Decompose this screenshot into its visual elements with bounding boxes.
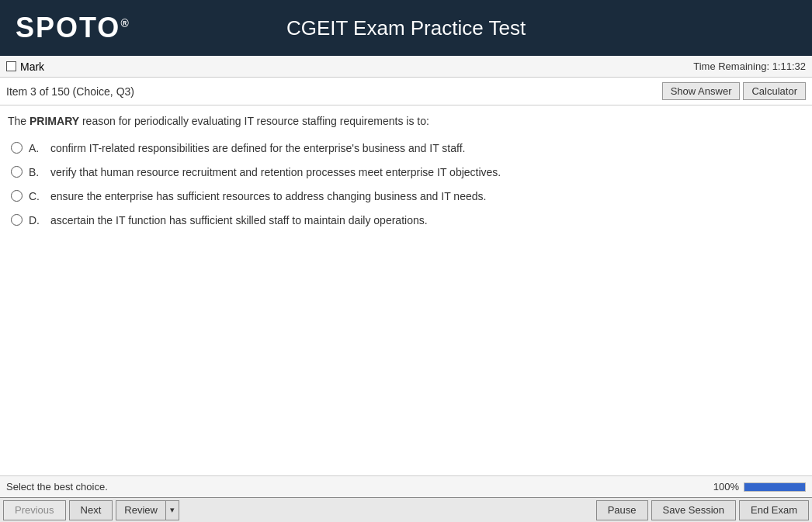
question-header: Item 3 of 150 (Choice, Q3) Show Answer C… xyxy=(0,78,812,105)
show-answer-button[interactable]: Show Answer xyxy=(662,82,741,100)
mark-checkbox[interactable] xyxy=(6,61,16,71)
main-content: The PRIMARY reason for periodically eval… xyxy=(0,105,812,475)
question-text-bold: PRIMARY xyxy=(29,115,79,127)
app-header: SPOTO® CGEIT Exam Practice Test xyxy=(0,0,812,56)
review-button-container: Review ▾ xyxy=(116,500,179,520)
nav-left: Previous Next Review ▾ xyxy=(3,500,179,520)
choice-text-0: confirm IT-related responsibilities are … xyxy=(50,140,793,157)
choice-item[interactable]: A. confirm IT-related responsibilities a… xyxy=(11,140,793,157)
progress-area: 100% xyxy=(713,481,806,493)
logo-sup: ® xyxy=(120,17,130,29)
review-button[interactable]: Review xyxy=(116,500,165,520)
logo: SPOTO® xyxy=(16,12,130,44)
choice-item[interactable]: B. verify that human resource recruitmen… xyxy=(11,164,793,181)
save-session-button[interactable]: Save Session xyxy=(651,500,737,520)
choice-letter-1: B. xyxy=(29,164,44,181)
mark-text: Mark xyxy=(20,60,44,73)
app-title: CGEIT Exam Practice Test xyxy=(286,16,526,40)
question-buttons: Show Answer Calculator xyxy=(662,82,806,100)
choice-letter-2: C. xyxy=(29,188,44,205)
pause-button[interactable]: Pause xyxy=(596,500,648,520)
choice-letter-0: A. xyxy=(29,140,44,157)
question-text: The PRIMARY reason for periodically eval… xyxy=(8,113,793,130)
choice-radio-0[interactable] xyxy=(11,142,23,154)
time-value: 1:11:32 xyxy=(772,60,806,72)
choices-list: A. confirm IT-related responsibilities a… xyxy=(8,140,793,229)
progress-percent: 100% xyxy=(713,481,739,493)
select-text: Select the best choice. xyxy=(6,481,108,493)
choice-radio-2[interactable] xyxy=(11,190,23,202)
choice-text-2: ensure the enterprise has sufficient res… xyxy=(50,188,793,205)
choice-text-3: ascertain the IT function has sufficient… xyxy=(50,213,793,229)
choice-text-1: verify that human resource recruitment a… xyxy=(50,164,793,181)
choice-letter-3: D. xyxy=(29,213,44,229)
end-exam-button[interactable]: End Exam xyxy=(739,500,809,520)
choice-item[interactable]: D. ascertain the IT function has suffici… xyxy=(11,213,793,229)
logo-text: SPOTO xyxy=(16,12,120,43)
mark-bar: Mark Time Remaining: 1:11:32 xyxy=(0,56,812,78)
mark-label-container[interactable]: Mark xyxy=(6,60,44,73)
nav-right: Pause Save Session End Exam xyxy=(596,500,809,520)
time-remaining: Time Remaining: 1:11:32 xyxy=(693,60,806,72)
nav-bar: Previous Next Review ▾ Pause Save Sessio… xyxy=(0,497,812,522)
previous-button[interactable]: Previous xyxy=(3,500,66,520)
choice-radio-1[interactable] xyxy=(11,166,23,178)
next-button[interactable]: Next xyxy=(69,500,113,520)
progress-bar-fill xyxy=(744,483,805,491)
progress-bar-container xyxy=(744,482,806,492)
review-dropdown-button[interactable]: ▾ xyxy=(165,500,179,520)
calculator-button[interactable]: Calculator xyxy=(743,82,806,100)
question-text-suffix: reason for periodically evaluating IT re… xyxy=(79,115,429,127)
status-bar: Select the best choice. 100% xyxy=(0,475,812,497)
time-label: Time Remaining: xyxy=(693,60,769,72)
choice-item[interactable]: C. ensure the enterprise has sufficient … xyxy=(11,188,793,205)
choice-radio-3[interactable] xyxy=(11,214,23,226)
item-info: Item 3 of 150 (Choice, Q3) xyxy=(6,85,134,98)
